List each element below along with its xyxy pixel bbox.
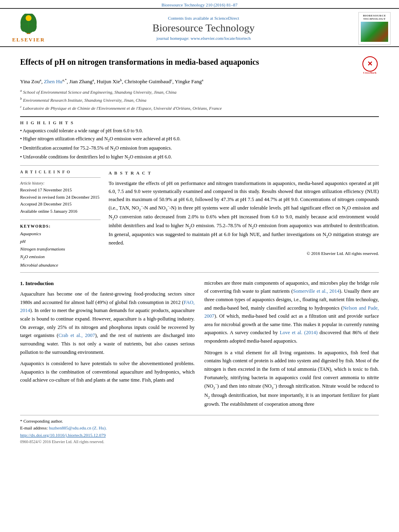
article-info-dates: Received 17 November 2015 Received in re… (20, 187, 101, 215)
crossmark-label: CrossMark (363, 72, 377, 75)
date-online: Available online 5 January 2016 (20, 208, 101, 215)
article-info-abstract-cols: A R T I C L E I N F O Article history: R… (20, 170, 379, 269)
affiliations: a School of Environmental Science and En… (20, 88, 379, 112)
email-note: E-mail address: huzhen885@sdu.edu.cn (Z.… (20, 425, 379, 432)
homepage-label: journal homepage: (156, 36, 189, 41)
divider-keywords (20, 220, 101, 220)
body-section: 1. Introduction Aquaculture has become o… (20, 279, 379, 412)
corresponding-label: * Corresponding author. (20, 419, 63, 423)
copyright-line: 0960-8524/© 2016 Elsevier Ltd. All right… (20, 440, 379, 444)
highlights-list: Aquaponics could tolerate a wide range o… (20, 127, 379, 162)
article-title-text: Effects of pH on nitrogen transformation… (20, 57, 361, 67)
author-zhen-hu[interactable]: Zhen Hu (44, 78, 62, 84)
homepage-link-text[interactable]: www.elsevier.com/locate/biortech (191, 36, 251, 41)
somerville2014-link[interactable]: Somerville et al., 2014 (293, 288, 339, 294)
divider-before-body (20, 272, 379, 273)
abstract-col: A B S T R A C T To investigate the effec… (109, 170, 379, 269)
highlight-item: Denitrification accounted for 75.2–78.5%… (20, 144, 379, 153)
date-accepted: Accepted 28 December 2015 (20, 201, 101, 208)
section1-heading: 1. Introduction (20, 279, 195, 288)
journal-reference-bar: Bioresource Technology 210 (2016) 81–87 (0, 0, 399, 8)
svg-point-4 (26, 15, 32, 21)
authors-line: Yina Zoua, Zhen Hua,*, Jian Zhanga, Huij… (20, 77, 379, 86)
journal-logo-right: BIORESOURCETECHNOLOGY (356, 12, 393, 45)
doi-line: http://dx.doi.org/10.1016/j.biortech.201… (20, 432, 379, 439)
bioresource-logo-image (361, 22, 388, 42)
bioresource-logo-title: BIORESOURCETECHNOLOGY (360, 14, 389, 21)
article-info-label: A R T I C L E I N F O (20, 170, 101, 174)
highlight-item: Aquaponics could tolerate a wide range o… (20, 127, 379, 135)
keywords-label: Keywords: (20, 224, 101, 228)
article-history-label: Article history: (20, 181, 101, 185)
body-col-right: microbes are three main components of aq… (204, 279, 379, 412)
elsevier-tree-icon (12, 14, 45, 36)
email-link[interactable]: huzhen885@sdu.edu.cn (Z. Hu). (49, 425, 107, 430)
journal-title: Bioresource Technology (59, 22, 348, 34)
divider-after-highlights (20, 165, 379, 166)
date-received: Received 17 November 2015 (20, 187, 101, 194)
divider-after-affiliations (20, 116, 379, 117)
footnote-section: * Corresponding author. E-mail address: … (20, 415, 379, 444)
highlights-section: H I G H L I G H T S Aquaponics could tol… (20, 120, 379, 162)
page-wrapper: Bioresource Technology 210 (2016) 81–87 … (0, 0, 399, 452)
contents-label: Contents lists available at (168, 16, 213, 21)
highlights-label: H I G H L I G H T S (20, 120, 379, 125)
keywords-list: Aquaponics pH Nitrogen transformations N… (20, 230, 101, 269)
body-paragraph-3: microbes are three main components of aq… (204, 279, 379, 345)
divider-article-info (20, 177, 101, 178)
svg-point-2 (21, 21, 28, 32)
abstract-copyright: © 2016 Elsevier Ltd. All rights reserved… (109, 250, 379, 257)
abstract-label: A B S T R A C T (109, 170, 379, 177)
article-content: Effects of pH on nitrogen transformation… (0, 47, 399, 452)
sciencedirect-label: Contents lists available at ScienceDirec… (59, 16, 348, 21)
article-info-section: A R T I C L E I N F O Article history: R… (20, 170, 101, 215)
body-two-col: 1. Introduction Aquaculture has become o… (20, 279, 379, 412)
date-revised: Received in revised form 24 December 201… (20, 194, 101, 201)
body-paragraph-2: Aquaponics is considered to have potenti… (20, 359, 195, 384)
keywords-section: Keywords: Aquaponics pH Nitrogen transfo… (20, 224, 101, 269)
doi-link[interactable]: http://dx.doi.org/10.1016/j.biortech.201… (20, 433, 106, 438)
email-label: E-mail address: (20, 425, 48, 430)
crab2007-link[interactable]: Crab et al., 2007 (58, 333, 95, 338)
crossmark-logo: ✕ CrossMark (361, 57, 379, 75)
journal-homepage: journal homepage: www.elsevier.com/locat… (59, 36, 348, 41)
crossmark-circle: ✕ (362, 56, 378, 72)
nelson2007-link[interactable]: Nelson and Pade, 2007 (204, 305, 379, 319)
journal-ref-text: Bioresource Technology 210 (2016) 81–87 (161, 2, 237, 7)
body-paragraph-1: Aquaculture has become one of the fastes… (20, 290, 195, 356)
journal-header: ELSEVIER Contents lists available at Sci… (0, 8, 399, 47)
sciencedirect-link-text[interactable]: ScienceDirect (214, 16, 239, 21)
crossmark-x-icon: ✕ (367, 61, 372, 67)
highlight-item: Unfavorable conditions for denitrifiers … (20, 153, 379, 162)
abstract-section: A B S T R A C T To investigate the effec… (109, 170, 379, 257)
fao2014-link[interactable]: FAO, 2014 (20, 300, 195, 314)
corresponding-author-note: * Corresponding author. (20, 418, 379, 425)
svg-point-3 (29, 21, 37, 32)
elsevier-brand-text: ELSEVIER (12, 37, 45, 43)
elsevier-logo: ELSEVIER (6, 14, 51, 43)
bioresource-logo-box: BIORESOURCETECHNOLOGY (358, 12, 391, 45)
body-paragraph-4: Nitrogen is a vital element for all livi… (204, 349, 379, 409)
journal-center: Contents lists available at ScienceDirec… (51, 16, 356, 41)
article-info-col: A R T I C L E I N F O Article history: R… (20, 170, 101, 269)
abstract-text: To investigate the effects of pH on perf… (109, 179, 379, 247)
article-title-row: Effects of pH on nitrogen transformation… (20, 57, 379, 75)
body-col-left: 1. Introduction Aquaculture has become o… (20, 279, 195, 412)
love2014-link[interactable]: Love et al. (2014) (280, 330, 317, 335)
highlight-item: Higher nitrogen utilization efficiency a… (20, 135, 379, 144)
